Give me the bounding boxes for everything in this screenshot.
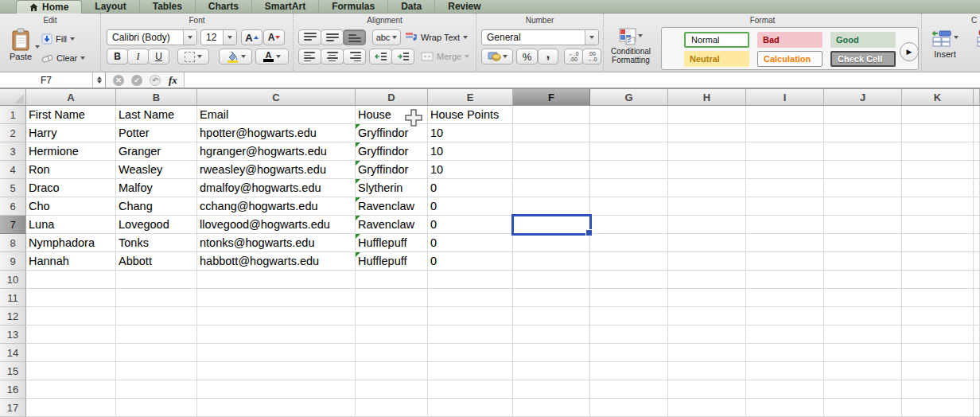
cell-C13[interactable] [197, 325, 356, 344]
insert-function-button[interactable]: fx [169, 74, 177, 87]
increase-indent-button[interactable] [391, 49, 414, 64]
cell-J3[interactable] [824, 142, 902, 161]
row-header-9[interactable]: 9 [0, 252, 26, 271]
cell-H13[interactable] [668, 325, 746, 344]
cell-E7[interactable]: 0 [428, 216, 513, 234]
cell-G8[interactable] [590, 234, 668, 252]
cell-I2[interactable] [746, 124, 824, 142]
cell-A4[interactable]: Ron [26, 161, 116, 179]
cell-B15[interactable] [116, 362, 197, 380]
cell-B3[interactable]: Granger [116, 142, 197, 161]
cell-E6[interactable]: 0 [428, 197, 513, 216]
grow-font-button[interactable]: A [241, 29, 262, 45]
currency-format-button[interactable] [481, 49, 513, 64]
cell-sliver-4[interactable] [974, 161, 980, 179]
cell-J13[interactable] [824, 325, 902, 344]
cell-I13[interactable] [746, 325, 824, 344]
cell-C8[interactable]: ntonks@hogwarts.edu [197, 234, 356, 252]
fill-handle[interactable] [585, 229, 593, 236]
cell-G17[interactable] [590, 399, 668, 417]
cell-C16[interactable] [197, 380, 356, 399]
cancel-button[interactable]: ✕ [113, 75, 124, 86]
underline-button[interactable]: U [148, 49, 169, 64]
cell-D14[interactable] [356, 344, 428, 362]
cell-E8[interactable]: 0 [428, 234, 513, 252]
cell-K12[interactable] [902, 307, 974, 325]
cell-G10[interactable] [590, 271, 668, 289]
cell-J11[interactable] [824, 289, 902, 307]
cell-A3[interactable]: Hermione [26, 142, 116, 161]
cell-B6[interactable]: Chang [116, 197, 197, 216]
cell-I16[interactable] [746, 380, 824, 399]
cell-sliver-5[interactable] [974, 179, 980, 197]
cell-K17[interactable] [902, 399, 974, 417]
align-center-button[interactable] [321, 49, 344, 64]
cell-B13[interactable] [116, 325, 197, 344]
cell-sliver-3[interactable] [974, 142, 980, 161]
cell-I4[interactable] [746, 161, 824, 179]
cell-B17[interactable] [116, 399, 197, 417]
row-header-8[interactable]: 8 [0, 234, 26, 252]
insert-cells-button[interactable]: Insert [925, 28, 965, 68]
row-header-13[interactable]: 13 [0, 325, 26, 344]
cell-K8[interactable] [902, 234, 974, 252]
column-header-F[interactable]: F [513, 89, 590, 106]
row-header-17[interactable]: 17 [0, 399, 26, 417]
cell-E1[interactable]: House Points [428, 106, 513, 124]
cell-I9[interactable] [746, 252, 824, 271]
row-header-16[interactable]: 16 [0, 380, 26, 399]
row-header-1[interactable]: 1 [0, 106, 26, 124]
cell-K16[interactable] [902, 380, 974, 399]
cell-I8[interactable] [746, 234, 824, 252]
cell-B4[interactable]: Weasley [116, 161, 197, 179]
cell-A8[interactable]: Nymphadora [26, 234, 116, 252]
enter-button[interactable]: ✓ [131, 75, 142, 86]
percent-style-button[interactable]: % [516, 49, 538, 64]
cell-C3[interactable]: hgranger@hogwarts.edu [197, 142, 356, 161]
tab-formulas[interactable]: Formulas [318, 0, 387, 13]
cell-sliver-1[interactable] [974, 106, 980, 124]
cell-E13[interactable] [428, 325, 513, 344]
cell-J4[interactable] [824, 161, 902, 179]
select-all-corner[interactable] [0, 89, 26, 106]
cell-H6[interactable] [668, 197, 746, 216]
fill-color-button[interactable] [219, 49, 252, 64]
tab-data[interactable]: Data [387, 0, 434, 13]
cell-J2[interactable] [824, 124, 902, 142]
cell-A7[interactable]: Luna [26, 216, 116, 234]
align-left-button[interactable] [298, 49, 321, 64]
cell-G9[interactable] [590, 252, 668, 271]
row-header-6[interactable]: 6 [0, 197, 26, 216]
cell-J14[interactable] [824, 344, 902, 362]
cell-A13[interactable] [26, 325, 116, 344]
cell-sliver-7[interactable] [974, 216, 980, 234]
row-header-10[interactable]: 10 [0, 271, 26, 289]
cell-H4[interactable] [668, 161, 746, 179]
cell-E15[interactable] [428, 362, 513, 380]
bold-button[interactable]: B [107, 49, 128, 64]
cell-D8[interactable]: Hufflepuff [356, 234, 428, 252]
cell-C2[interactable]: hpotter@hogwarts.edu [197, 124, 356, 142]
cell-C17[interactable] [197, 399, 356, 417]
cell-A10[interactable] [26, 271, 116, 289]
cell-H15[interactable] [668, 362, 746, 380]
cell-F5[interactable] [513, 179, 590, 197]
cell-J12[interactable] [824, 307, 902, 325]
cell-J17[interactable] [824, 399, 902, 417]
cell-I14[interactable] [746, 344, 824, 362]
cell-C15[interactable] [197, 362, 356, 380]
cell-I11[interactable] [746, 289, 824, 307]
cell-sliver-11[interactable] [974, 289, 980, 307]
style-neutral[interactable]: Neutral [684, 51, 749, 67]
cell-K11[interactable] [902, 289, 974, 307]
formula-input[interactable] [185, 72, 980, 88]
cell-J1[interactable] [824, 106, 902, 124]
increase-decimal-button[interactable]: ←.0 .00 [564, 49, 583, 64]
cell-J15[interactable] [824, 362, 902, 380]
cell-sliver-8[interactable] [974, 234, 980, 252]
cell-A9[interactable]: Hannah [26, 252, 116, 271]
cell-I1[interactable] [746, 106, 824, 124]
cell-E14[interactable] [428, 344, 513, 362]
row-header-12[interactable]: 12 [0, 307, 26, 325]
cell-J5[interactable] [824, 179, 902, 197]
